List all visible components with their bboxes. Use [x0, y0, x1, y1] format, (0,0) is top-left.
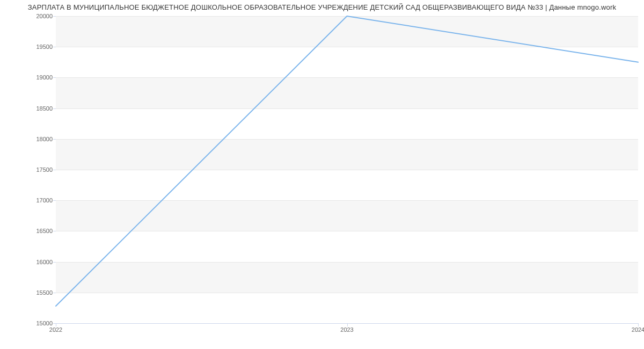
series-line	[56, 16, 638, 306]
line-series	[56, 16, 638, 323]
y-tick-label: 19500	[4, 43, 53, 50]
y-tick-label: 15500	[4, 289, 53, 296]
y-tick-label: 19000	[4, 74, 53, 81]
x-tick-mark	[56, 323, 56, 326]
y-tick-label: 17500	[4, 166, 53, 173]
y-tick-mark	[53, 77, 56, 78]
y-tick-mark	[53, 262, 56, 263]
chart-title: ЗАРПЛАТА В МУНИЦИПАЛЬНОЕ БЮДЖЕТНОЕ ДОШКО…	[0, 3, 644, 11]
plot-area	[56, 16, 638, 323]
x-tick-mark	[638, 323, 639, 326]
y-tick-label: 16500	[4, 228, 53, 234]
y-tick-mark	[53, 231, 56, 231]
y-tick-mark	[53, 170, 56, 170]
y-tick-label: 16000	[4, 259, 53, 265]
y-tick-label: 15000	[4, 320, 53, 326]
y-tick-label: 18500	[4, 105, 53, 112]
x-tick-mark	[347, 323, 348, 326]
y-tick-label: 18000	[4, 136, 53, 142]
y-tick-mark	[53, 200, 56, 201]
y-tick-mark	[53, 139, 56, 140]
y-tick-label: 17000	[4, 197, 53, 203]
y-tick-label: 20000	[4, 13, 53, 19]
y-tick-mark	[53, 47, 56, 47]
x-tick-label: 2024	[632, 326, 644, 333]
y-tick-mark	[53, 108, 56, 109]
chart-container: ЗАРПЛАТА В МУНИЦИПАЛЬНОЕ БЮДЖЕТНОЕ ДОШКО…	[0, 0, 644, 349]
x-tick-label: 2023	[340, 326, 353, 333]
y-tick-mark	[53, 16, 56, 17]
x-tick-label: 2022	[49, 326, 62, 333]
y-tick-mark	[53, 293, 56, 293]
